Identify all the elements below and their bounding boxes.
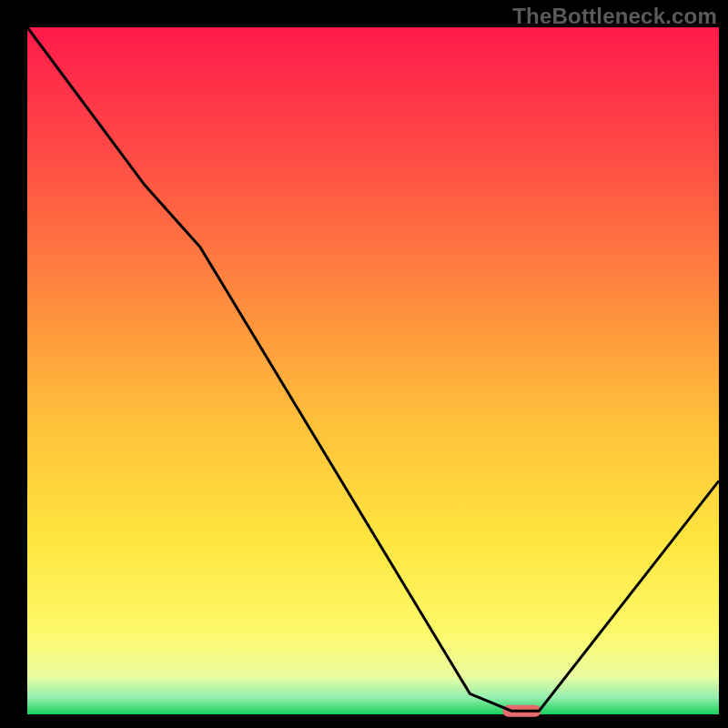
chart-svg	[0, 0, 728, 728]
plot-area	[27, 27, 719, 717]
chart-root: TheBottleneck.com	[0, 0, 728, 728]
gradient-background	[27, 27, 719, 714]
